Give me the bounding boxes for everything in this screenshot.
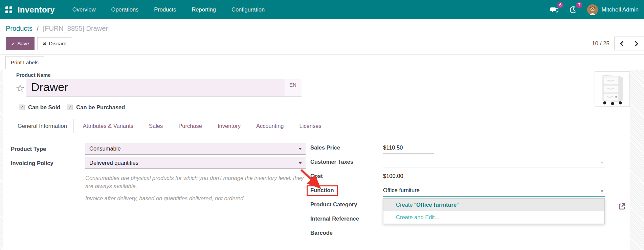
sheet-background: Product Name ☆ Drawer EN ✓ Can be Sold ✓… bbox=[0, 70, 644, 250]
dropdown-create-and-edit-option[interactable]: Create and Edit... bbox=[383, 211, 604, 224]
consumable-help-text: Consumables are physical products for wh… bbox=[85, 174, 309, 190]
print-labels-button[interactable]: Print Labels bbox=[5, 56, 44, 69]
tab-general-information[interactable]: General Information bbox=[11, 119, 74, 133]
favorite-star-icon[interactable]: ☆ bbox=[11, 82, 26, 94]
app-name[interactable]: Inventory bbox=[18, 5, 55, 15]
user-name: Mitchell Admin bbox=[601, 6, 639, 13]
top-nav: Inventory Overview Operations Products R… bbox=[0, 0, 644, 19]
chevron-down-icon bbox=[601, 162, 603, 164]
nav-item-reporting[interactable]: Reporting bbox=[192, 6, 216, 13]
function-external-link-button[interactable] bbox=[618, 202, 626, 210]
activities-button[interactable]: 7 bbox=[568, 5, 578, 15]
discard-button[interactable]: ✖Discard bbox=[37, 37, 72, 50]
can-be-sold-label: Can be Sold bbox=[28, 104, 60, 111]
product-name-input[interactable]: Drawer bbox=[26, 79, 285, 96]
breadcrumb-separator: / bbox=[37, 25, 39, 32]
tab-attributes-variants[interactable]: Attributes & Variants bbox=[76, 119, 140, 133]
check-icon: ✔ bbox=[11, 41, 15, 46]
save-button[interactable]: ✔Save bbox=[6, 37, 35, 50]
user-menu[interactable]: Mitchell Admin bbox=[587, 4, 639, 15]
product-name-label: Product Name bbox=[16, 72, 622, 78]
nav-item-operations[interactable]: Operations bbox=[111, 6, 139, 13]
pager-next-button[interactable] bbox=[629, 37, 644, 50]
tab-licenses[interactable]: Licenses bbox=[293, 119, 328, 133]
checkbox-check-icon: ✓ bbox=[19, 105, 25, 110]
cross-icon: ✖ bbox=[43, 41, 46, 46]
can-be-purchased-checkbox[interactable]: ✓ Can be Purchased bbox=[67, 104, 125, 111]
tab-purchase[interactable]: Purchase bbox=[172, 119, 208, 133]
barcode-label: Barcode bbox=[310, 228, 383, 236]
tab-accounting[interactable]: Accounting bbox=[250, 119, 290, 133]
cost-label: Cost bbox=[310, 172, 383, 179]
chevron-left-icon bbox=[619, 41, 624, 46]
chevron-down-icon bbox=[298, 162, 302, 164]
activities-badge: 7 bbox=[576, 2, 582, 8]
breadcrumb-products-link[interactable]: Products bbox=[6, 25, 32, 32]
sales-price-label: Sales Price bbox=[310, 143, 383, 151]
product-image[interactable] bbox=[595, 71, 630, 107]
nav-menu: Overview Operations Products Reporting C… bbox=[72, 6, 265, 13]
customer-taxes-label: Customer Taxes bbox=[310, 157, 383, 165]
pager-previous-button[interactable] bbox=[614, 37, 629, 50]
nav-item-overview[interactable]: Overview bbox=[72, 6, 96, 13]
sales-price-input[interactable]: $110.50 bbox=[383, 144, 434, 154]
invoicing-policy-select[interactable]: Delivered quantities bbox=[85, 157, 306, 169]
function-input[interactable]: Office furniture bbox=[383, 187, 605, 197]
apps-menu-icon[interactable] bbox=[5, 6, 12, 13]
nav-item-products[interactable]: Products bbox=[154, 6, 176, 13]
product-type-select[interactable]: Consumable bbox=[85, 143, 306, 155]
product-category-label: Product Category bbox=[310, 200, 383, 208]
function-label-red-highlight: Function bbox=[307, 185, 338, 196]
function-label: Function bbox=[310, 187, 334, 193]
breadcrumb-current: [FURN_8855] Drawer bbox=[43, 25, 108, 32]
external-link-icon bbox=[618, 202, 626, 210]
invoicing-policy-label: Invoicing Policy bbox=[11, 160, 85, 166]
tab-inventory[interactable]: Inventory bbox=[211, 119, 247, 133]
messages-badge: 6 bbox=[557, 2, 563, 8]
notebook-tabs: General Information Attributes & Variant… bbox=[11, 119, 622, 133]
checkbox-check-icon: ✓ bbox=[67, 105, 73, 110]
pager-value: 10 / 25 bbox=[592, 40, 609, 47]
messages-button[interactable]: 6 bbox=[549, 5, 559, 15]
tab-sales[interactable]: Sales bbox=[142, 119, 169, 133]
breadcrumb: Products / [FURN_8855] Drawer bbox=[0, 19, 644, 32]
dropdown-create-option[interactable]: Create "Office furniture" bbox=[383, 199, 604, 211]
chevron-down-icon bbox=[298, 148, 302, 150]
customer-taxes-input[interactable] bbox=[383, 159, 605, 167]
product-type-label: Product Type bbox=[11, 146, 85, 152]
invoicing-help-text: Invoice after delivery, based on quantit… bbox=[85, 195, 309, 203]
can-be-purchased-label: Can be Purchased bbox=[76, 104, 125, 111]
function-autocomplete-dropdown: Create "Office furniture" Create and Edi… bbox=[383, 198, 605, 224]
nav-item-configuration[interactable]: Configuration bbox=[231, 6, 265, 13]
can-be-sold-checkbox[interactable]: ✓ Can be Sold bbox=[19, 104, 60, 111]
inventory-product-form-page: Inventory Overview Operations Products R… bbox=[0, 0, 644, 250]
language-badge[interactable]: EN bbox=[285, 79, 302, 96]
pager: 10 / 25 bbox=[592, 37, 644, 50]
cost-input[interactable]: $100.00 bbox=[383, 173, 605, 182]
chevron-down-icon bbox=[601, 190, 603, 192]
chevron-right-icon bbox=[634, 41, 639, 46]
chat-bubbles-icon bbox=[550, 6, 558, 14]
avatar bbox=[587, 4, 598, 15]
internal-reference-label: Internal Reference bbox=[310, 214, 383, 222]
form-sheet: Product Name ☆ Drawer EN ✓ Can be Sold ✓… bbox=[3, 70, 630, 250]
drawer-cabinet-image bbox=[597, 73, 628, 105]
